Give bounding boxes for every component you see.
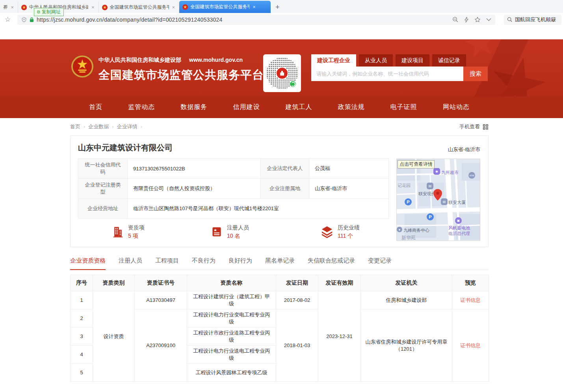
map-label-business-center: 九峰商务中心 [403,227,429,233]
search-category-tabs: 建设工程企业 从业人员 建设项目 诚信记录 [311,54,488,67]
stat-performance-value: 111 个 [338,232,360,240]
nav-item-certificates[interactable]: 电子证照 [390,103,417,111]
reg-type-label: 企业登记注册类型 [78,179,128,199]
zoom-out-icon[interactable] [452,17,459,23]
parking-icon: P [405,198,412,205]
certificate-info-link[interactable]: 证书信息 [460,342,481,348]
tab-registered-personnel[interactable]: 注册人员 [119,257,142,270]
stat-qualifications[interactable]: 资质项 5 项 [112,224,145,240]
close-icon[interactable] [252,4,256,9]
browser-window: 界 中华人民共和国住房和城乡建设 全国建筑市场监管公共服务平台 全国建筑市场监管… [0,0,563,392]
shield-icon[interactable] [21,17,27,23]
cell-cert-no: A237009100 [135,309,187,382]
emblem-favicon-icon [102,5,108,10]
reg-region-value: 山东省-临沂市 [309,179,389,199]
browser-tab-active[interactable]: 全国建筑市场监管公共服务平台 [179,1,271,13]
browser-tab-0[interactable]: 界 [0,2,18,13]
main-navigation: 首页 监管动态 数据服务 信用建设 建筑工人 政策法规 电子证照 网站动态 [0,96,563,118]
close-icon[interactable] [91,5,95,10]
platform-title: 全国建筑市场监管公共服务平台 [98,67,264,83]
bookmark-star-icon[interactable]: ☆ [5,15,11,24]
tab-enterprise-qualification[interactable]: 企业资质资格 [70,257,106,270]
tab-dishonesty-records[interactable]: 失信联合惩戒记录 [308,257,355,270]
tab-title: 全国建筑市场监管公共服务平台 [190,4,249,10]
search-button[interactable]: 搜索 [463,67,488,81]
map-label-supermarket: 九州超市 [441,170,459,176]
copy-url-label: 复制网址 [42,9,61,15]
close-icon[interactable] [171,5,176,10]
cell-qual-name: 工程设计风景园林工程专项乙级 [187,364,276,382]
breadcrumb-home[interactable]: 首页 [70,123,88,130]
map-pin-icon [433,189,442,201]
cell-qual-name: 工程设计市政行业道路工程专业丙级 [187,327,276,346]
stat-history-performance[interactable]: 历史业绩 111 个 [321,224,360,240]
url-text[interactable]: https://jzsc.mohurd.gov.cn/data/company/… [37,17,222,23]
cell-seq: 4 [71,346,93,364]
lightning-icon[interactable] [464,17,469,23]
nav-item-policy[interactable]: 政策法规 [338,103,365,111]
tab-change-records[interactable]: 变更记录 [368,257,392,270]
legal-rep-label: 企业法定代表人 [261,159,309,179]
qr-mini-program-icon [289,80,297,88]
cell-validity: 2023-12-31 [318,291,361,382]
map-label-tower: 联安大厦 [448,200,466,205]
tab-projects[interactable]: 工程项目 [155,257,179,270]
quick-search-box[interactable]: 国航回应飞机颠簸 [504,15,561,25]
browser-tab-2[interactable]: 全国建筑市场监管公共服务平台 [99,2,180,13]
stat-registered-personnel[interactable]: 注册人员 10 名 [211,224,249,240]
credit-code-value: 91371302675501022B [128,159,261,179]
breadcrumb: 首页 企业数据 企业详情 手机查看 [70,118,489,135]
search-tab-credit[interactable]: 诚信记录 [432,54,466,67]
tab-blacklist[interactable]: 黑名单记录 [265,257,295,270]
close-icon[interactable] [10,5,15,10]
map-label-garden: 记花园 [398,183,411,189]
tab-bad-behavior[interactable]: 不良行为 [192,257,216,270]
breadcrumb-company-detail[interactable]: 企业详情 [117,123,145,130]
search-tab-personnel[interactable]: 从业人员 [359,54,393,67]
col-qual-name: 资质名称 [187,275,276,291]
company-summary-card: 山东中元建筑设计有限公司 山东省-临沂市 统一社会信用代码 9137130267… [70,135,489,247]
col-issue-date: 发证日期 [276,275,318,291]
company-stats: 资质项 5 项 注册人员 10 名 [78,224,389,240]
search-tab-project[interactable]: 建设项目 [396,54,429,67]
atm-icon: ATM [468,172,475,179]
mobile-view-label[interactable]: 手机查看 [459,123,480,130]
nav-item-workers[interactable]: 建筑工人 [286,103,312,111]
keyword-search-input[interactable] [311,67,463,81]
nav-item-supervision[interactable]: 监管动态 [128,103,155,111]
nav-item-data-service[interactable]: 数据服务 [180,103,207,111]
nav-item-home[interactable]: 首页 [89,103,102,111]
cell-authority: 山东省住房和城乡建设厅许可专用章（1201） [361,309,452,382]
cell-issue-date: 2018-01-03 [276,309,318,382]
map-label-xinhuayuan: 新华苑 [401,235,416,241]
location-map[interactable]: 点击可查看详情 ◉ 九州超市 ATM 记花园 ▤ 联安现代城 ▤ 联安大厦 P … [396,159,480,241]
map-label-battery-1: 风帆蓄电池 [448,225,470,231]
new-tab-button[interactable] [271,2,284,13]
nav-item-site-news[interactable]: 网站动态 [443,103,470,111]
certificate-info-link[interactable]: 证书信息 [460,297,481,303]
map-label-battery-2: 临沂总代理 [448,231,470,237]
address-value: 临沂市兰山区陶然路107号星河晶都（联安）现代城1号楼2201室 [128,199,389,219]
nav-item-credit[interactable]: 信用建设 [233,103,260,111]
address-field[interactable]: https://jzsc.mohurd.gov.cn/data/company/… [17,15,495,25]
favorite-star-icon[interactable] [474,17,481,23]
qr-icon[interactable] [483,124,489,130]
reg-type-value: 有限责任公司（自然人投资或控股） [128,179,261,199]
copy-url-tooltip[interactable]: ⧉ 复制网址 [34,8,64,16]
tab-good-behavior[interactable]: 良好行为 [229,257,252,270]
breadcrumb-company-data[interactable]: 企业数据 [88,123,117,130]
chevron-down-icon[interactable] [486,18,491,21]
copy-icon: ⧉ [37,9,40,15]
ministry-url: www.mohurd.gov.cn [189,57,243,63]
address-label: 企业经营地址 [78,199,128,219]
table-row: 1 设计资质 A137030497 工程设计建筑行业（建筑工程）甲级 2017-… [71,291,489,309]
cell-seq: 1 [71,291,93,309]
building-icon [112,226,124,238]
detail-tabs: 企业资质资格 注册人员 工程项目 不良行为 良好行为 黑名单记录 失信联合惩戒记… [70,257,489,270]
site-title-block: 中华人民共和国住房和城乡建设部 www.mohurd.gov.cn 全国建筑市场… [98,57,264,83]
cell-seq: 5 [71,364,93,382]
col-seq: 序号 [71,275,93,291]
quick-search-text: 国航回应飞机颠簸 [515,16,556,23]
building-marker-icon: ▤ [427,183,433,189]
search-tab-enterprise[interactable]: 建设工程企业 [311,54,356,67]
